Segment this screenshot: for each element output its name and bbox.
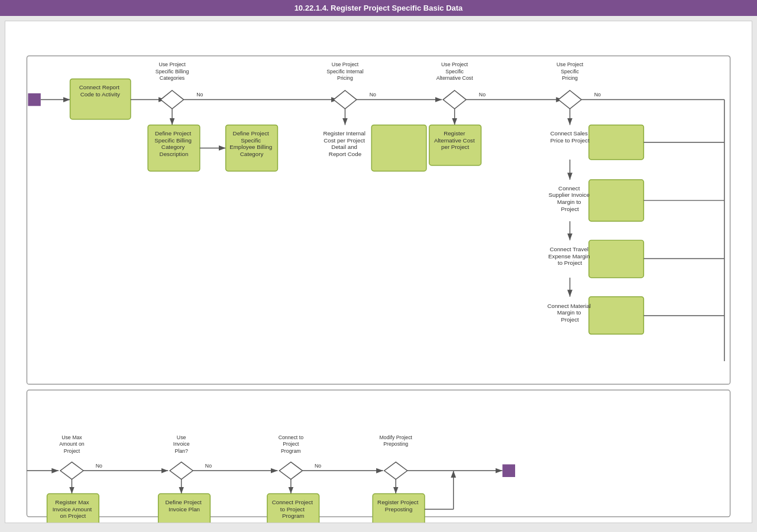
d8-diamond [384,462,407,479]
d6-diamond [170,462,193,479]
connect-material-box [589,297,644,334]
start-node [28,93,40,106]
d7-label3: Program [281,448,301,454]
d4-label: Use Project [557,61,584,67]
d1-label: Use Project [158,61,186,67]
define-invoice-plan-label: Define Project Invoice Plan [166,498,203,512]
register-internal-cost-box [371,125,426,171]
d2-label: Use Project [332,61,359,67]
d8-label: Modify Project [379,434,412,440]
d6-no-label: No [205,463,212,469]
d5-no-label: No [96,463,102,469]
d4-no-label: No [594,92,601,98]
d3-no-label: No [479,92,486,98]
d3-label: Use Project [441,61,468,67]
d4-diamond [558,90,581,109]
d1-no-label: No [196,92,203,98]
connect-sales-price-box [589,125,644,159]
d7-label: Connect to [279,434,304,440]
d6-label2: Invoice [173,441,190,447]
d5-label3: Project [64,448,80,454]
connect-travel-label: Connect Travel Expense Margin to Project [548,246,591,266]
d2-no-label: No [370,92,376,98]
connect-supplier-box [589,180,644,221]
d2-diamond [334,90,357,109]
header-title: 10.22.1.4. Register Project Specific Bas… [295,4,463,12]
d5-label: Use Max [62,434,82,440]
end-node [503,465,515,477]
d7-no-label: No [315,463,321,469]
connect-report-code-label: Connect Report Code to Activity [79,84,121,98]
connect-travel-box [589,240,644,277]
d6-label3: Plan? [174,448,188,454]
d2-label2: Specific Internal [326,69,363,74]
d8-label2: Preposting [383,441,408,447]
d1-diamond [161,90,184,109]
d4-label3: Pricing [562,75,578,81]
d3-diamond [443,90,466,109]
d1-label3: Categories [160,75,185,81]
diagram-container: Connect Report Code to Activity Use Proj… [5,21,752,523]
d7-diamond [279,462,302,479]
d6-label: Use [177,434,186,440]
connect-supplier-label: Connect Supplier Invoice Margin to Proje… [549,184,591,212]
d4-label2: Specific [561,69,579,74]
d5-diamond [60,462,83,479]
d3-label2: Specific [445,69,464,74]
d3-label3: Alternative Cost [436,75,473,81]
register-internal-cost-label: Register Internal Cost per Project Detai… [323,130,367,157]
connect-material-label: Connect Material Margin to Project [547,302,592,322]
d5-label2: Amount on [59,441,85,447]
header: 10.22.1.4. Register Project Specific Bas… [0,0,757,16]
d7-label2: Project [283,441,299,447]
d1-label2: Specific Billing [156,69,189,74]
connect-sales-price-label: Connect Sales Price to Project [551,130,590,144]
d2-label3: Pricing [337,75,353,81]
